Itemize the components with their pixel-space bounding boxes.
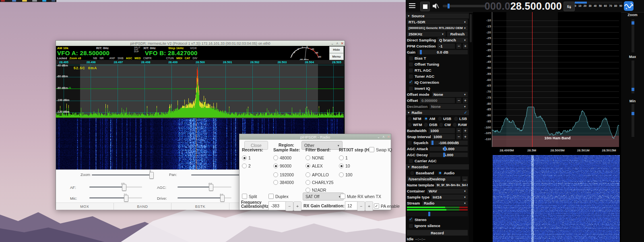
cmpr-flag[interactable]: CMPR: [143, 57, 152, 60]
split-sat-dup-flags[interactable]: SPLITSATDUP: [134, 47, 140, 53]
agc-decay-slider[interactable]: 5.000: [429, 153, 468, 157]
pa-enable-checkbox[interactable]: ✓PA enable: [374, 203, 400, 209]
tuner-agc-row[interactable]: Tuner AGC: [407, 74, 468, 79]
ppm-minus-button[interactable]: −: [456, 43, 461, 49]
band-button[interactable]: BAND: [114, 203, 171, 210]
split-checkbox[interactable]: Split: [242, 194, 257, 199]
mode-raw[interactable]: RAW: [453, 122, 467, 127]
stream-dropdown[interactable]: Radio▼: [422, 201, 468, 206]
squelch-slider-handle[interactable]: [431, 141, 433, 145]
decimation-dropdown[interactable]: None▼: [429, 104, 468, 109]
sdrpp-spectrum-canvas[interactable]: [492, 12, 619, 147]
display-zoom-handle[interactable]: [632, 21, 634, 25]
recorder-section-header[interactable]: ▼ Recorder: [406, 164, 469, 170]
recorder-volume-slider[interactable]: [407, 212, 468, 216]
snap-minus-button[interactable]: −: [456, 134, 461, 139]
snap-plus-button[interactable]: +: [463, 134, 468, 139]
menu-button[interactable]: Menu: [329, 53, 344, 60]
div-flag[interactable]: DIV: [193, 57, 198, 60]
cat-flag[interactable]: CAT: [185, 57, 190, 60]
ppm-plus-button[interactable]: +: [463, 43, 468, 49]
drive-slider[interactable]: [178, 197, 231, 199]
recorder-mode-audio[interactable]: Audio: [438, 171, 454, 175]
recorder-path-input[interactable]: /Users/nico/Desktop: [407, 176, 460, 182]
agc-slider-handle[interactable]: [209, 184, 213, 191]
ctun-flag[interactable]: CTUN: [166, 57, 173, 60]
mic-slider[interactable]: [89, 197, 142, 199]
terminal-icon[interactable]: [32, 0, 37, 2]
sample-rate-192000[interactable]: 192000: [273, 172, 294, 177]
mox-button[interactable]: MOX: [56, 203, 114, 210]
sdrpp-waterfall-canvas[interactable]: [493, 155, 620, 242]
zoom-flag[interactable]: Zoom x8: [70, 57, 81, 60]
bandwidth-plus-button[interactable]: +: [463, 128, 468, 133]
vnc-icon[interactable]: [42, 0, 46, 2]
rx-gain-plus-button[interactable]: +: [365, 201, 373, 211]
name-template-input[interactable]: $t_$f_$h-$m-$s_$d-$M-$y: [435, 182, 468, 188]
display-max-handle[interactable]: [632, 88, 634, 91]
iq-correction-row[interactable]: ✓IQ Correction: [407, 80, 468, 85]
nb-flag[interactable]: NB: [93, 57, 97, 60]
filter-board-none[interactable]: NONE: [305, 155, 324, 160]
swap-iq-checkbox[interactable]: Swap IQ: [369, 147, 392, 152]
mode-am[interactable]: AM: [424, 116, 435, 121]
filter-board-alex[interactable]: ALEX: [305, 163, 323, 168]
mode-lsb[interactable]: LSB: [454, 116, 467, 121]
duplex-checkbox[interactable]: Duplex: [268, 194, 289, 199]
filter-board-charly25[interactable]: CHARLY25: [305, 180, 334, 185]
source-section-header[interactable]: ▼ Source: [406, 13, 469, 19]
zoom-slider-handle[interactable]: [149, 172, 154, 179]
volume-slider[interactable]: [443, 5, 485, 7]
invert-iq-row[interactable]: Invert IQ: [407, 86, 468, 91]
bandwidth-minus-button[interactable]: −: [456, 128, 461, 133]
freq-cal-plus-button[interactable]: +: [293, 201, 301, 211]
filter-board-n2adr[interactable]: N2ADR: [305, 188, 326, 192]
source-driver-dropdown[interactable]: RTL-SDR▼: [407, 19, 468, 25]
rit-step-10[interactable]: 10: [339, 163, 350, 168]
rit-step-100[interactable]: 100: [339, 172, 353, 177]
browser-icon[interactable]: [12, 0, 16, 2]
ppm-input[interactable]: -1: [438, 43, 455, 49]
agc-slider[interactable]: [178, 186, 231, 188]
display-min-handle[interactable]: [632, 112, 634, 115]
carrier-agc-row[interactable]: Carrier AGC: [407, 158, 468, 163]
zoom-slider[interactable]: [92, 174, 153, 176]
refresh-button[interactable]: Refresh: [447, 31, 468, 37]
agc-mode-flag[interactable]: MED: [134, 57, 141, 60]
close-icon[interactable]: ✕: [341, 41, 344, 46]
bstk-button[interactable]: BSTK: [171, 203, 229, 210]
vfo-a-frequency[interactable]: VFO A: 28.500000: [57, 50, 109, 56]
close-icon[interactable]: ✕: [387, 135, 390, 139]
record-button[interactable]: Record: [407, 230, 468, 236]
sat-mode-dropdown[interactable]: SAT Off▼: [303, 192, 344, 201]
frequency-scale[interactable]: 28.49528.496 28.49728.498 28.49928.500 2…: [56, 60, 345, 64]
radio-section-header[interactable]: ▼ Radio ✓: [406, 110, 469, 115]
receivers-option-1[interactable]: 1: [242, 155, 251, 160]
minimize-icon[interactable]: ⌄: [331, 41, 334, 46]
direct-sampling-dropdown[interactable]: Q branch▼: [438, 37, 468, 43]
rx-gain-minus-button[interactable]: −: [357, 201, 365, 211]
offset-minus-button[interactable]: −: [456, 98, 461, 103]
stereo-row[interactable]: ✓Stereo: [407, 217, 468, 222]
squelch-slider[interactable]: -100.000dB: [430, 141, 468, 145]
files-icon[interactable]: [22, 0, 27, 2]
raspberry-menu-icon[interactable]: [1, 0, 5, 2]
mode-nfm[interactable]: NFM: [408, 116, 421, 121]
maximize-icon[interactable]: ˄: [382, 135, 384, 139]
snap-interval-input[interactable]: 1000: [432, 134, 455, 139]
offset-plus-button[interactable]: +: [463, 98, 468, 103]
bias-t-row[interactable]: Bias T: [407, 56, 468, 61]
pihpsdr-titlebar[interactable]: piHPSDR: HermesLite V2 (Protocol 1 v7.3)…: [56, 41, 345, 46]
offset-mode-dropdown[interactable]: None▼: [432, 92, 468, 97]
drive-slider-handle[interactable]: [220, 195, 225, 202]
mode-usb[interactable]: USB: [438, 116, 451, 121]
network-icon[interactable]: [52, 0, 55, 2]
display-min-slider[interactable]: [632, 104, 634, 137]
speaker-muted-icon[interactable]: [431, 2, 440, 10]
anf-flag[interactable]: ANF: [109, 57, 115, 60]
offset-input[interactable]: 0.000000: [420, 98, 455, 103]
gain-slider[interactable]: 0.0 dB: [417, 50, 468, 54]
bandwidth-input[interactable]: 1000: [429, 128, 455, 133]
recorder-mode-baseband[interactable]: Baseband: [410, 171, 434, 175]
sample-type-dropdown[interactable]: Int16▼: [431, 194, 468, 200]
